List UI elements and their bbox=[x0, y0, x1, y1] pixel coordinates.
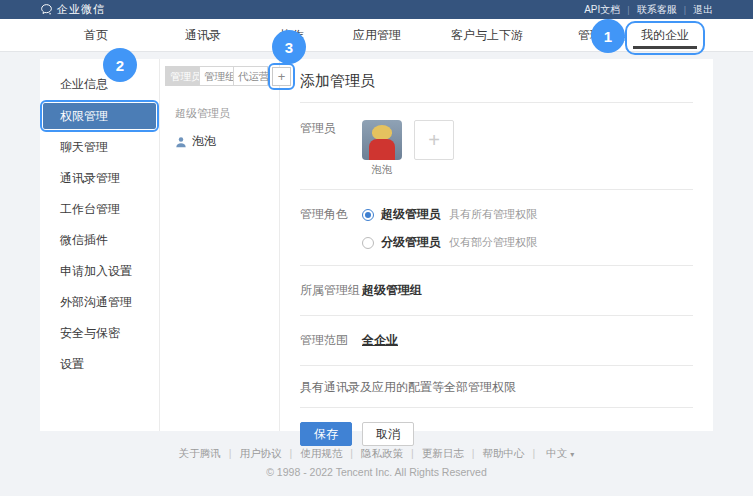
role1-desc: 具有所有管理权限 bbox=[449, 207, 537, 222]
topbar-links: API文档 联系客服 退出 bbox=[584, 3, 713, 17]
nav-item-my-enterprise[interactable]: 我的企业 bbox=[641, 19, 689, 52]
footer-link-agreement[interactable]: 用户协议 bbox=[221, 447, 282, 461]
sidebar-item-settings[interactable]: 设置 bbox=[40, 349, 159, 380]
permission-note: 具有通讯录及应用的配置等全部管理权限 bbox=[300, 366, 693, 408]
chat-bubble-icon bbox=[40, 3, 53, 16]
nav-item-customers[interactable]: 客户与上下游 bbox=[451, 19, 523, 52]
topbar-link-api-docs[interactable]: API文档 bbox=[584, 3, 620, 17]
save-button[interactable]: 保存 bbox=[300, 422, 352, 446]
settings-sidebar: 企业信息 权限管理 聊天管理 通讯录管理 工作台管理 微信插件 申请加入设置 外… bbox=[40, 59, 160, 431]
copyright-text: © 1998 - 2022 Tencent Inc. All Rights Re… bbox=[0, 466, 753, 478]
sidebar-item-enterprise-info[interactable]: 企业信息 bbox=[40, 69, 159, 100]
topbar-link-contact-support[interactable]: 联系客服 bbox=[620, 3, 676, 17]
tab-administrators[interactable]: 管理员 bbox=[165, 66, 200, 86]
footer-link-privacy[interactable]: 隐私政策 bbox=[342, 447, 403, 461]
nav-item-home[interactable]: 首页 bbox=[84, 19, 108, 52]
cancel-button[interactable]: 取消 bbox=[362, 422, 414, 446]
sidebar-item-workbench-management[interactable]: 工作台管理 bbox=[40, 194, 159, 225]
add-member-button[interactable]: + bbox=[414, 120, 454, 160]
super-admin-section-label: 超级管理员 bbox=[165, 106, 279, 121]
add-admin-form: 添加管理员 管理员 泡泡 + 管理角色 超级管理员 bbox=[280, 59, 713, 431]
tab-agent-ops[interactable]: 代运营 bbox=[233, 66, 268, 86]
role1-name: 超级管理员 bbox=[381, 206, 441, 223]
sidebar-item-external-communication[interactable]: 外部沟通管理 bbox=[40, 287, 159, 318]
add-admin-plus-button[interactable]: + bbox=[272, 67, 291, 86]
group-value: 超级管理组 bbox=[362, 282, 422, 299]
page-footer: 关于腾讯 用户协议 使用规范 隐私政策 更新日志 帮助中心 中文▾ © 1998… bbox=[0, 447, 753, 478]
group-field-label: 所属管理组 bbox=[300, 282, 362, 299]
sidebar-item-contacts-management[interactable]: 通讯录管理 bbox=[40, 163, 159, 194]
role-field-row: 管理角色 超级管理员 具有所有管理权限 分级管理员 仅有部分管理权限 bbox=[300, 190, 693, 266]
logo: 企业微信 bbox=[40, 2, 105, 17]
annotation-callout-1: 1 bbox=[591, 19, 625, 53]
radio-checked-icon[interactable] bbox=[362, 209, 374, 221]
scope-field-row: 管理范围 全企业 bbox=[300, 316, 693, 366]
nav-item-app-management[interactable]: 应用管理 bbox=[353, 19, 401, 52]
content-card: 企业信息 权限管理 聊天管理 通讯录管理 工作台管理 微信插件 申请加入设置 外… bbox=[40, 59, 713, 431]
role-option-super-admin[interactable]: 超级管理员 具有所有管理权限 bbox=[362, 206, 537, 223]
role2-desc: 仅有部分管理权限 bbox=[449, 235, 537, 250]
scope-value-link[interactable]: 全企业 bbox=[362, 332, 398, 349]
role-field-label: 管理角色 bbox=[300, 206, 362, 251]
footer-link-changelog[interactable]: 更新日志 bbox=[403, 447, 464, 461]
caret-down-icon: ▾ bbox=[570, 450, 574, 459]
active-nav-underline bbox=[633, 46, 697, 49]
sidebar-item-security-privacy[interactable]: 安全与保密 bbox=[40, 318, 159, 349]
avatar-name: 泡泡 bbox=[372, 163, 393, 177]
admin-tabs: 管理员 管理组 代运营 + bbox=[165, 66, 279, 86]
radio-unchecked-icon[interactable] bbox=[362, 237, 374, 249]
annotation-callout-3: 3 bbox=[272, 30, 306, 64]
sidebar-item-join-settings[interactable]: 申请加入设置 bbox=[40, 256, 159, 287]
footer-link-usage[interactable]: 使用规范 bbox=[282, 447, 343, 461]
admin-list-panel: 管理员 管理组 代运营 + 超级管理员 泡泡 bbox=[160, 59, 280, 431]
admin-member-row[interactable]: 泡泡 bbox=[165, 133, 279, 150]
topbar: 企业微信 API文档 联系客服 退出 bbox=[0, 0, 753, 19]
scope-field-label: 管理范围 bbox=[300, 332, 362, 349]
admin-field-row: 管理员 泡泡 + bbox=[300, 103, 693, 190]
avatar-body-shape bbox=[369, 139, 395, 160]
role2-name: 分级管理员 bbox=[381, 234, 441, 251]
person-icon bbox=[175, 136, 187, 148]
group-field-row: 所属管理组 超级管理组 bbox=[300, 266, 693, 316]
footer-link-help[interactable]: 帮助中心 bbox=[464, 447, 525, 461]
role-option-sub-admin[interactable]: 分级管理员 仅有部分管理权限 bbox=[362, 234, 537, 251]
main-nav: 首页 通讯录 协作 应用管理 客户与上下游 管理工具 我的企业 bbox=[0, 19, 753, 52]
annotation-callout-2: 2 bbox=[103, 48, 137, 82]
sidebar-item-permission-management[interactable]: 权限管理 bbox=[43, 103, 156, 129]
admin-field-label: 管理员 bbox=[300, 120, 362, 177]
tab-admin-groups[interactable]: 管理组 bbox=[199, 66, 234, 86]
sidebar-item-chat-management[interactable]: 聊天管理 bbox=[40, 132, 159, 163]
sidebar-item-wechat-plugin[interactable]: 微信插件 bbox=[40, 225, 159, 256]
nav-item-contacts[interactable]: 通讯录 bbox=[185, 19, 221, 52]
footer-language-select[interactable]: 中文▾ bbox=[525, 447, 575, 461]
topbar-link-logout[interactable]: 退出 bbox=[677, 3, 713, 17]
page-title: 添加管理员 bbox=[300, 72, 693, 103]
logo-text: 企业微信 bbox=[57, 2, 105, 17]
selected-admin-avatar[interactable] bbox=[362, 120, 402, 160]
admin-member-name: 泡泡 bbox=[192, 133, 216, 150]
footer-link-about[interactable]: 关于腾讯 bbox=[179, 447, 221, 461]
footer-links: 关于腾讯 用户协议 使用规范 隐私政策 更新日志 帮助中心 中文▾ bbox=[0, 447, 753, 461]
avatar-hat-shape bbox=[372, 125, 392, 140]
